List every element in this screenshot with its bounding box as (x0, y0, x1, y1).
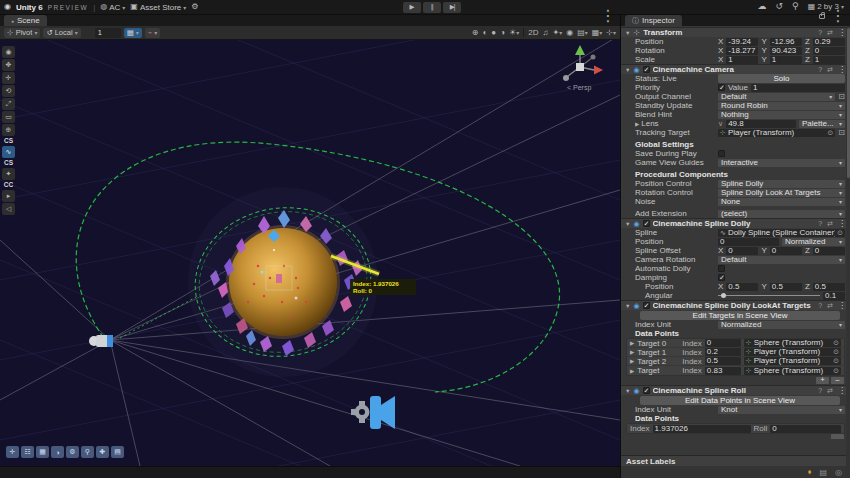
cinemachine-tool-button[interactable]: ▸ (2, 190, 15, 202)
help-icon[interactable] (818, 66, 822, 74)
object-picker-icon[interactable] (833, 339, 839, 347)
position-units-dropdown[interactable]: Normalized (782, 238, 845, 246)
overlay-dropdown-icon[interactable]: ⊹▾ (606, 28, 616, 37)
spline-roll-header[interactable]: Cinemachine Spline Roll (621, 385, 850, 395)
damping-x-field[interactable]: 0.5 (726, 283, 758, 291)
lookat-index-unit-dropdown[interactable]: Normalized (718, 321, 845, 329)
audio-mute-icon[interactable]: ♫ (542, 28, 548, 37)
overlay-moon-icon[interactable]: ◑ (51, 446, 64, 458)
scene-viewport[interactable]: Index: 1.937026 Roll: 0 (0, 40, 620, 466)
priority-value-field[interactable]: 1 (751, 84, 845, 92)
hidden-objects-eye-icon[interactable]: ◉ (566, 28, 573, 37)
grid-snap-size-field[interactable]: 1 (95, 28, 121, 38)
damping-y-field[interactable]: 0.5 (770, 283, 802, 291)
standby-update-dropdown[interactable]: Round Robin (718, 102, 845, 110)
persp-label[interactable]: < Persp (567, 84, 591, 92)
lens-foldout-icon[interactable] (635, 120, 639, 128)
asset-store-menu[interactable]: Asset Store ▾ (130, 3, 186, 12)
overlay-move-icon[interactable]: ✛ (6, 446, 19, 458)
grid-snapping-toggle[interactable]: ▦▾ (124, 28, 142, 38)
angular-slider[interactable] (718, 295, 820, 296)
overlay-plus-icon[interactable]: ✚ (96, 446, 109, 458)
add-extension-dropdown[interactable]: (select) (718, 210, 845, 218)
blend-hint-dropdown[interactable]: Nothing (718, 111, 845, 119)
automatic-dolly-checkbox[interactable] (718, 265, 725, 272)
moon-icon[interactable]: ◑ (500, 28, 505, 37)
position-z-field[interactable]: 0.29 (813, 38, 845, 46)
component-enabled-checkbox[interactable] (643, 302, 650, 309)
damping-z-field[interactable]: 0.5 (813, 283, 845, 291)
lens-fov-field[interactable]: 49.8 (726, 120, 796, 128)
object-picker-icon[interactable] (833, 367, 839, 375)
kebab-menu-icon[interactable] (838, 29, 846, 37)
game-view-guides-dropdown[interactable]: Interactive (718, 159, 845, 167)
offset-z-field[interactable]: 0 (813, 247, 845, 255)
noise-dropdown[interactable]: None (718, 198, 845, 206)
add-roll-point-button[interactable] (831, 434, 844, 439)
transform-component-header[interactable]: Transform (621, 27, 850, 37)
target-options-button[interactable] (838, 129, 845, 137)
component-enabled-checkbox[interactable] (643, 220, 650, 227)
pause-button[interactable] (423, 2, 441, 13)
position-x-field[interactable]: -39.24 (726, 38, 758, 46)
row-foldout-icon[interactable] (630, 357, 634, 365)
play-button[interactable] (403, 2, 421, 13)
foldout-icon[interactable] (625, 387, 630, 395)
position-y-field[interactable]: -12.96 (770, 38, 802, 46)
object-picker-icon[interactable] (827, 129, 833, 137)
rotation-z-field[interactable]: 0 (813, 47, 845, 55)
target-index-field[interactable]: 0.2 (705, 348, 741, 356)
foldout-icon[interactable] (625, 29, 630, 37)
scale-z-field[interactable]: 1 (813, 56, 845, 64)
preset-icon[interactable] (827, 302, 833, 310)
preset-icon[interactable] (827, 66, 833, 74)
label-tag-icon[interactable]: ⬧ (808, 467, 812, 477)
target-object-field[interactable]: Player (Transform) (744, 357, 841, 365)
target-index-field[interactable]: 0.5 (705, 357, 741, 365)
search-icon[interactable] (792, 2, 799, 11)
bundle-icon[interactable]: ▤ (819, 468, 827, 477)
handle-rotation-dropdown[interactable]: Local ▾ (43, 28, 80, 38)
target-object-field[interactable]: Sphere (Transform) (744, 339, 841, 347)
tab-scene[interactable]: Scene (4, 15, 47, 26)
render-mode-icon[interactable]: ⊕ (472, 28, 479, 37)
row-foldout-icon[interactable] (630, 348, 634, 356)
spline-position-field[interactable]: 0 (718, 238, 779, 246)
component-enabled-checkbox[interactable] (643, 66, 650, 73)
target-index-field[interactable]: 0.83 (705, 367, 741, 375)
offset-x-field[interactable]: 0 (726, 247, 758, 255)
orientation-gizmo[interactable] (563, 45, 603, 81)
white-sphere-icon[interactable]: ● (491, 28, 496, 37)
kebab-menu-icon[interactable] (838, 387, 846, 395)
table-row[interactable]: Index 1.937026 Roll 0 (627, 424, 844, 433)
shaded-sphere-icon[interactable]: ◐ (482, 28, 487, 37)
rotation-y-field[interactable]: 90.423 (770, 47, 802, 55)
offset-y-field[interactable]: 0 (770, 247, 802, 255)
foldout-icon[interactable] (625, 302, 630, 310)
inspector-lock-icon[interactable] (819, 14, 825, 19)
kebab-menu-icon[interactable] (838, 302, 846, 310)
target-index-field[interactable]: 0 (705, 339, 741, 347)
rotate-tool-button[interactable]: ⟲ (2, 85, 15, 97)
roll-value-field[interactable]: 0 (770, 425, 841, 433)
inspector-scrollbar[interactable] (846, 26, 850, 478)
lighting-toggle-icon[interactable]: ☀▾ (509, 28, 519, 37)
edit-data-points-button[interactable]: Edit Data Points in Scene View (640, 396, 840, 405)
history-icon[interactable] (775, 2, 783, 11)
inspector-menu-icon[interactable] (830, 8, 846, 24)
rotation-control-dropdown[interactable]: Spline Dolly Look At Targets (718, 189, 845, 197)
target-object-field[interactable]: Sphere (Transform) (744, 367, 841, 375)
roll-index-unit-dropdown[interactable]: Knot (718, 406, 845, 414)
table-row[interactable]: Target 2 Index 0.5 Player (Transform) (627, 357, 844, 366)
asset-labels-header[interactable]: Asset Labels (621, 455, 850, 466)
player-figure[interactable] (276, 274, 282, 283)
row-foldout-icon[interactable] (630, 367, 634, 375)
cinemachine-camera-header[interactable]: Cinemachine Camera (621, 64, 850, 74)
damping-checkbox[interactable] (718, 274, 725, 281)
row-foldout-icon[interactable] (630, 339, 634, 347)
effects-dropdown-icon[interactable]: ✦▾ (552, 28, 562, 37)
scale-x-field[interactable]: 1 (726, 56, 758, 64)
spline-dolly-header[interactable]: Cinemachine Spline Dolly (621, 218, 850, 228)
view-tool-button[interactable]: ◉ (2, 46, 15, 58)
overlay-grid-icon[interactable]: ▦ (36, 446, 49, 458)
